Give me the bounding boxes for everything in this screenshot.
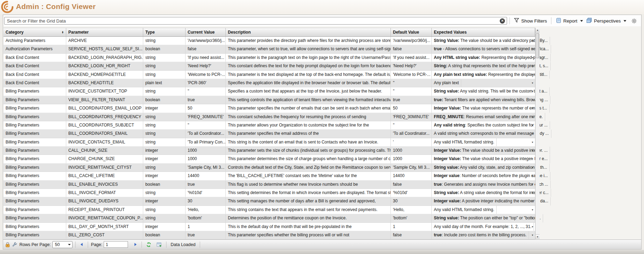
export-grid-icon[interactable] <box>155 242 163 247</box>
report-button[interactable]: Report <box>554 18 585 24</box>
row-menu-icon[interactable]: ▼ <box>531 73 534 76</box>
page-number-input[interactable] <box>104 241 128 248</box>
table-row[interactable]: Billing Parameters BILL_ENABLE_INVOICES … <box>3 181 535 189</box>
previous-page-button[interactable] <box>78 243 85 246</box>
table-row[interactable]: Billing Parameters INVOICE_REMITTANCE_CO… <box>3 214 535 222</box>
table-row[interactable]: Back End Content BACKEND_LOGIN_PARAGRAPH… <box>3 54 535 62</box>
wrench-icon[interactable] <box>12 242 17 247</box>
row-menu-icon[interactable]: ▼ <box>531 40 534 42</box>
cell-current-value: true <box>186 96 226 104</box>
cell-current-value: 'To all Coordinator... <box>186 130 226 138</box>
cell-category: Billing Parameters <box>3 113 66 121</box>
show-filters-button[interactable]: Show Filters <box>512 18 549 24</box>
cell-default-value: false <box>391 231 432 239</box>
table-row[interactable]: Billing Parameters BILL_DAY_OF_MONTH_STA… <box>3 223 535 231</box>
cell-description: This setting manages the number of days … <box>226 197 391 205</box>
cell-category: Back End Content <box>3 54 66 62</box>
table-row[interactable]: Billing Parameters BILL_INVOICE_FORMAT s… <box>3 189 535 197</box>
table-row[interactable]: Back End Content BACKEND_HEADTITLE plain… <box>3 79 535 87</box>
cell-current-value: 50 <box>186 104 226 112</box>
cell-expected-values: Any valid day of the month. For example:… <box>432 223 534 231</box>
column-header-description[interactable]: Description <box>226 28 391 36</box>
row-menu-icon[interactable]: ▼ <box>531 226 534 228</box>
rows-per-page-label: Rows Per Page: <box>19 242 51 247</box>
cell-expected-values: true: Include zero cost items in the bil… <box>432 231 529 239</box>
column-header-default-value[interactable]: Default Value <box>391 28 432 36</box>
cell-description: This parameter determines the size of ch… <box>226 155 391 163</box>
table-row[interactable]: Billing Parameters INVOICE_CONTACTS_EMAI… <box>3 138 535 147</box>
column-header-category[interactable]: Category ▲▼ <box>3 28 66 36</box>
table-row[interactable]: Billing Parameters CALL_CHUNK_SIZE integ… <box>3 147 535 155</box>
cell-description: Determines the position of the remittanc… <box>226 214 391 222</box>
row-menu-icon[interactable]: ▼ <box>531 141 534 144</box>
cell-description: Specifies the application title displaye… <box>226 79 391 87</box>
grid-footer: Rows Per Page: 50 Page: <box>3 239 641 249</box>
row-menu-icon[interactable]: ▼ <box>531 158 534 160</box>
row-menu-icon[interactable]: ▼ <box>531 183 534 186</box>
table-row[interactable]: Billing Parameters BILL_COORDINATORS_FRE… <box>3 113 535 121</box>
table-row[interactable]: Back End Content BACKEND_LOGIN_HDR_RIGHT… <box>3 62 535 70</box>
row-menu-icon[interactable]: ▼ <box>531 175 534 177</box>
table-row[interactable]: Billing Parameters CHARGE_CHUNK_SIZE int… <box>3 155 535 163</box>
row-menu-icon[interactable]: ▼ <box>531 149 534 152</box>
column-header-current-value[interactable]: Current Value <box>186 28 226 36</box>
table-row[interactable]: Billing Parameters RECEIPT_EMAIL_PRINTOU… <box>3 206 535 214</box>
row-menu-icon[interactable]: ▼ <box>531 124 534 127</box>
grid-toolbar: ✕ Show Filters Report <box>3 15 641 26</box>
table-row[interactable]: Back End Content BACKEND_HOMEPAGETITLE s… <box>3 71 535 79</box>
perspectives-button[interactable]: Perspectives <box>585 18 628 24</box>
refresh-icon[interactable] <box>145 242 153 247</box>
gear-icon[interactable] <box>632 18 637 24</box>
cell-type: string <box>143 71 186 79</box>
table-row[interactable]: Billing Parameters VIEW_BILL_FILTER_TENA… <box>3 96 535 104</box>
cell-current-value: 'Sample City, MI 3... <box>186 164 226 172</box>
table-row[interactable]: Billing Parameters BILL_ZERO_COST boolea… <box>3 231 535 239</box>
table-row[interactable]: Billing Parameters BILL_COORDINATORS_EMA… <box>3 104 535 113</box>
row-menu-icon[interactable]: ▼ <box>531 166 534 169</box>
page-label: Page: <box>91 242 102 247</box>
rows-per-page-select[interactable]: 50 <box>52 241 72 248</box>
row-menu-icon[interactable]: ▼ <box>531 56 534 59</box>
cell-default-value: 1000 <box>391 155 432 163</box>
row-menu-icon[interactable]: ▼ <box>531 65 534 68</box>
scroll-up-icon[interactable]: ▲ <box>535 28 540 33</box>
row-menu-icon[interactable]: ▼ <box>531 82 534 85</box>
table-row[interactable]: Billing Parameters INVOICE_CUSTOMTEXT_TO… <box>3 87 535 96</box>
cell-description: This parameter is the paragraph text on … <box>226 54 391 62</box>
footer-separator <box>141 242 142 248</box>
row-menu-icon[interactable]: ▼ <box>531 48 534 51</box>
row-menu-icon[interactable]: ▼ <box>531 107 534 110</box>
grid: Category ▲▼ Parameter Type Current Value… <box>3 28 540 239</box>
clear-search-icon[interactable]: ✕ <box>500 18 505 24</box>
table-row[interactable]: Billing Parameters BILL_COORDINATORS_SUB… <box>3 121 535 130</box>
cell-description: This is the default day of the month tha… <box>226 223 391 231</box>
row-menu-icon[interactable]: ▼ <box>531 99 534 102</box>
table-row[interactable]: Billing Parameters BILL_COORDINATORS_EMA… <box>3 130 535 138</box>
scrollbar-thumb[interactable] <box>536 33 539 58</box>
row-menu-icon[interactable]: ▼ <box>531 132 534 135</box>
row-menu-icon[interactable]: ▼ <box>531 90 534 93</box>
table-row[interactable]: Archiving Parameters ARCHIVE string '/va… <box>3 37 535 45</box>
column-header-type[interactable]: Type <box>143 28 186 36</box>
lock-icon[interactable] <box>5 242 10 247</box>
table-row[interactable]: Billing Parameters BILL_INVOICE_DUEDAYS … <box>3 197 535 205</box>
column-header-parameter[interactable]: Parameter <box>66 28 143 36</box>
column-header-expected-values[interactable]: Expected Values <box>432 28 535 36</box>
scroll-down-icon[interactable]: ▼ <box>535 234 540 239</box>
table-row[interactable]: Billing Parameters INVOICE_REMITTANCE_CI… <box>3 164 535 172</box>
row-menu-icon[interactable]: ▼ <box>531 217 534 220</box>
cell-category: Authorization Parameters <box>3 45 66 53</box>
row-menu-icon[interactable]: ▼ <box>531 234 534 237</box>
cell-default-value: 'If you need assist... <box>391 54 432 62</box>
row-menu-icon[interactable]: ▼ <box>531 116 534 119</box>
table-row[interactable]: Billing Parameters BILL_CACHE_LIFETIME i… <box>3 172 535 180</box>
table-row[interactable]: Authorization Parameters SERVICE_HOSTS_A… <box>3 45 535 53</box>
vertical-scrollbar[interactable]: ▲ ▼ <box>535 28 540 239</box>
cell-type: string <box>143 121 186 129</box>
search-input[interactable] <box>4 17 507 25</box>
cell-current-value: 'PCR-360' <box>186 79 226 87</box>
row-menu-icon[interactable]: ▼ <box>531 209 534 211</box>
row-menu-icon[interactable]: ▼ <box>531 192 534 194</box>
row-menu-icon[interactable]: ▼ <box>531 200 534 203</box>
next-page-button[interactable] <box>132 243 139 246</box>
